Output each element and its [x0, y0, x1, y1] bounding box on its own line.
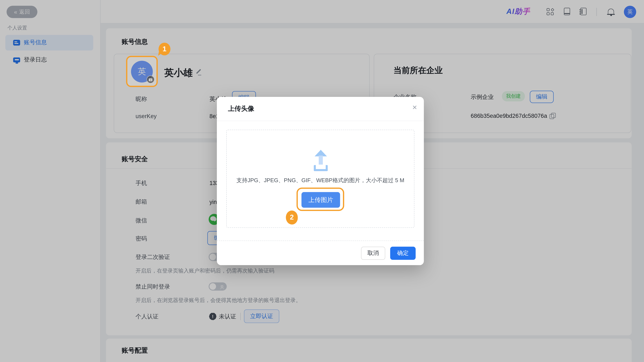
- modal-footer-divider: [217, 241, 424, 241]
- upload-dropzone[interactable]: 支持JPG、JPEG、PNG、GIF、WEBP格式的图片，大小不超过 5 M 上…: [226, 130, 414, 228]
- upload-format-hint: 支持JPG、JPEG、PNG、GIF、WEBP格式的图片，大小不超过 5 M: [227, 177, 414, 184]
- close-icon[interactable]: ✕: [412, 104, 417, 110]
- modal-title: 上传头像: [228, 105, 254, 113]
- step1-highlight-ring: [126, 56, 158, 87]
- app-root: « 返回 个人设置 账号信息 登录日志 AI助手 英 账号信息 英: [0, 0, 644, 362]
- confirm-button[interactable]: 确定: [390, 247, 416, 260]
- cancel-button[interactable]: 取消: [361, 247, 385, 260]
- modal-header-divider: [217, 121, 424, 121]
- step2-highlight-ring: [296, 188, 344, 211]
- step1-badge: 1: [158, 43, 170, 55]
- upload-icon: [308, 150, 333, 171]
- step2-badge: 2: [286, 211, 298, 224]
- upload-avatar-modal: 上传头像 ✕ 支持JPG、JPEG、PNG、GIF、WEBP格式的图片，大小不超…: [217, 97, 424, 265]
